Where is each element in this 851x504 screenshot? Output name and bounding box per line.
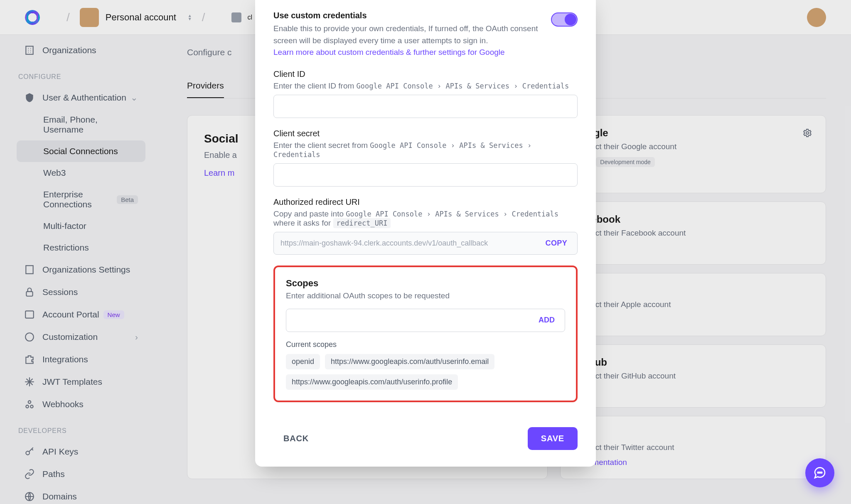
modal-trailing-text: authentication. [273,0,578,1]
add-scope-button[interactable]: ADD [529,309,565,331]
client-id-help: Enter the client ID from Google API Cons… [273,81,578,91]
save-button[interactable]: SAVE [528,427,578,450]
back-button[interactable]: BACK [273,427,319,450]
learn-more-link[interactable]: Learn more about custom credentials & fu… [273,48,505,57]
copy-button[interactable]: COPY [536,232,577,254]
scope-input[interactable] [286,309,529,332]
toggle-knob [565,14,576,25]
redirect-uri-value: https://main-goshawk-94.clerk.accounts.d… [274,232,536,254]
client-secret-label: Client secret [273,129,578,138]
client-secret-help: Enter the client secret from Google API … [273,141,578,159]
svg-point-12 [818,472,819,473]
toggle-title: Use custom credentials [273,11,539,20]
scopes-title: Scopes [286,278,565,289]
current-scopes-label: Current scopes [286,340,565,349]
scope-chip: openid [286,354,320,369]
scopes-section: Scopes Enter additional OAuth scopes to … [273,266,578,402]
oauth-config-modal: authentication. Use custom credentials E… [255,0,596,467]
scopes-help: Enter additional OAuth scopes to be requ… [286,291,565,300]
client-secret-input[interactable] [273,163,578,187]
svg-point-14 [821,472,822,473]
scope-chip: https://www.googleapis.com/auth/userinfo… [286,374,458,390]
client-id-label: Client ID [273,69,578,79]
scope-chip: https://www.googleapis.com/auth/userinfo… [325,354,494,369]
redirect-label: Authorized redirect URI [273,197,578,207]
modal-overlay: authentication. Use custom credentials E… [0,0,851,504]
chat-fab[interactable] [805,458,834,487]
chat-icon [813,466,826,479]
custom-credentials-toggle[interactable] [551,12,578,27]
client-id-input[interactable] [273,95,578,118]
redirect-help: Copy and paste into Google API Console ›… [273,209,578,228]
svg-point-13 [819,472,821,473]
toggle-desc: Enable this to provide your own credenti… [273,23,539,59]
